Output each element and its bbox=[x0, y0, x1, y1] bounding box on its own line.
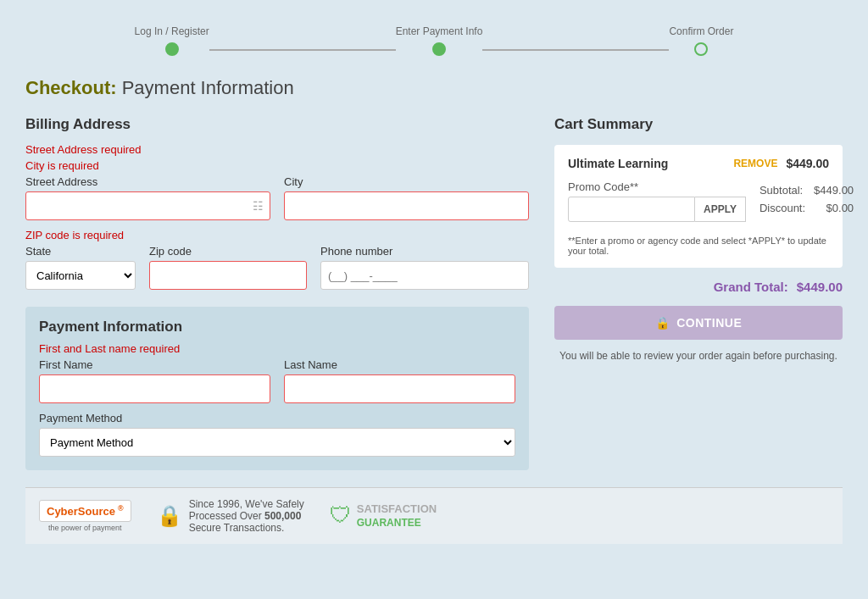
discount-row: Discount: $0.00 bbox=[756, 200, 857, 216]
city-input[interactable] bbox=[284, 191, 529, 220]
name-row: First Name Last Name bbox=[39, 358, 515, 403]
street-icon: ☷ bbox=[253, 199, 264, 213]
continue-button[interactable]: 🔒 CONTINUE bbox=[554, 306, 843, 340]
step-login: Log In / Register bbox=[135, 25, 209, 56]
cart-item-name: Ultimate Learning bbox=[568, 157, 668, 170]
last-name-input[interactable] bbox=[284, 374, 515, 403]
billing-row-2: State California Zip code Phone number bbox=[25, 245, 529, 290]
step-line-2 bbox=[482, 49, 669, 51]
cart-summary-heading: Cart Summary bbox=[554, 116, 843, 133]
totals-table: Subtotal: $449.00 Discount: $0.00 bbox=[754, 180, 859, 218]
step-payment-dot bbox=[432, 42, 446, 56]
lock-icon-large: 🔒 bbox=[157, 504, 182, 528]
state-select[interactable]: California bbox=[25, 261, 136, 290]
billing-row-1: Street Address ☷ City bbox=[25, 175, 529, 220]
grand-total-label: Grand Total: bbox=[714, 280, 788, 294]
step-confirm-label: Confirm Order bbox=[669, 25, 733, 37]
cybersource-brand: CyberSource ® bbox=[39, 500, 131, 522]
zip-label: Zip code bbox=[149, 245, 307, 258]
subtotal-value: $449.00 bbox=[810, 182, 857, 198]
grand-total-row: Grand Total: $449.00 bbox=[554, 280, 843, 294]
first-name-input[interactable] bbox=[39, 374, 270, 403]
cart-item-actions: REMOVE $449.00 bbox=[733, 157, 829, 170]
footer-secure: 🔒 Since 1996, We've Safely Processed Ove… bbox=[157, 498, 304, 534]
continue-label: CONTINUE bbox=[676, 316, 742, 330]
checkout-suffix: Payment Information bbox=[122, 77, 294, 98]
discount-label: Discount: bbox=[756, 200, 809, 216]
payment-info-heading: Payment Information bbox=[39, 319, 515, 336]
city-error: City is required bbox=[25, 159, 529, 172]
last-name-group: Last Name bbox=[284, 358, 515, 403]
secure-line3: Secure Transactions. bbox=[189, 522, 304, 534]
review-note: You will be able to review your order ag… bbox=[554, 348, 843, 363]
footer-logo: CyberSource ® the power of payment bbox=[39, 500, 131, 532]
state-label: State bbox=[25, 245, 136, 258]
step-confirm-dot bbox=[694, 42, 708, 56]
page-title: Checkout: Payment Information bbox=[25, 77, 843, 99]
street-error: Street Address required bbox=[25, 143, 529, 156]
satisfaction-shield-icon: 🛡 bbox=[330, 502, 352, 529]
payment-method-label: Payment Method bbox=[39, 412, 515, 424]
satisfaction-sub: GUARANTEE bbox=[357, 517, 437, 530]
promo-note: **Enter a promo or agency code and selec… bbox=[568, 236, 829, 256]
payment-info-section: Payment Information First and Last name … bbox=[25, 307, 529, 470]
progress-bar: Log In / Register Enter Payment Info Con… bbox=[25, 17, 843, 56]
street-input-wrapper: ☷ bbox=[25, 191, 270, 220]
promo-left: Promo Code** APPLY bbox=[568, 180, 746, 229]
checkout-prefix: Checkout: bbox=[25, 77, 117, 98]
remove-button[interactable]: REMOVE bbox=[733, 158, 777, 169]
phone-label: Phone number bbox=[320, 245, 529, 258]
step-payment: Enter Payment Info bbox=[396, 25, 483, 56]
promo-input[interactable] bbox=[568, 197, 695, 222]
last-name-label: Last Name bbox=[284, 358, 515, 371]
first-name-group: First Name bbox=[39, 358, 270, 403]
payment-method-group: Payment Method Payment Method bbox=[39, 412, 515, 457]
subtotal-label: Subtotal: bbox=[756, 182, 809, 198]
phone-input[interactable] bbox=[320, 261, 529, 290]
city-label: City bbox=[284, 175, 529, 188]
discount-value: $0.00 bbox=[810, 200, 857, 216]
billing-heading: Billing Address bbox=[25, 116, 529, 133]
right-column: Cart Summary Ultimate Learning REMOVE $4… bbox=[554, 116, 843, 363]
city-group: City bbox=[284, 175, 529, 220]
apply-button[interactable]: APPLY bbox=[695, 197, 746, 222]
phone-group: Phone number bbox=[320, 245, 529, 290]
cybersource-name: CyberSource bbox=[47, 505, 115, 518]
street-input[interactable] bbox=[25, 191, 270, 220]
promo-area: Promo Code** APPLY Subtotal: $449.00 Dis… bbox=[568, 180, 829, 229]
satisfaction-text: SATISFACTION GUARANTEE bbox=[357, 502, 437, 530]
cybersource-tagline: the power of payment bbox=[48, 524, 122, 532]
payment-method-select[interactable]: Payment Method bbox=[39, 428, 515, 457]
subtotal-row: Subtotal: $449.00 bbox=[756, 182, 857, 198]
street-label: Street Address bbox=[25, 175, 270, 188]
grand-total-value: $449.00 bbox=[797, 280, 843, 294]
zip-group: Zip code bbox=[149, 245, 307, 290]
footer-bar: CyberSource ® the power of payment 🔒 Sin… bbox=[25, 487, 843, 544]
step-confirm: Confirm Order bbox=[669, 25, 733, 56]
step-payment-label: Enter Payment Info bbox=[396, 25, 483, 37]
satisfaction-title: SATISFACTION bbox=[357, 502, 437, 517]
name-error: First and Last name required bbox=[39, 342, 515, 355]
cart-item-price: $449.00 bbox=[786, 157, 829, 170]
step-login-dot bbox=[165, 42, 179, 56]
lock-icon: 🔒 bbox=[655, 316, 670, 330]
secure-line2: Processed Over 500,000 bbox=[189, 510, 304, 522]
cart-item-row: Ultimate Learning REMOVE $449.00 bbox=[568, 157, 829, 170]
state-group: State California bbox=[25, 245, 136, 290]
promo-row: APPLY bbox=[568, 197, 746, 222]
step-login-label: Log In / Register bbox=[135, 25, 209, 37]
footer-satisfaction: 🛡 SATISFACTION GUARANTEE bbox=[330, 502, 437, 530]
zip-input[interactable] bbox=[149, 261, 307, 290]
cart-card: Ultimate Learning REMOVE $449.00 Promo C… bbox=[554, 145, 843, 268]
secure-line1: Since 1996, We've Safely bbox=[189, 498, 304, 510]
promo-label: Promo Code** bbox=[568, 180, 746, 193]
left-column: Billing Address Street Address required … bbox=[25, 116, 529, 470]
footer-secure-text: Since 1996, We've Safely Processed Over … bbox=[189, 498, 304, 534]
first-name-label: First Name bbox=[39, 358, 270, 371]
zip-error: ZIP code is required bbox=[25, 229, 529, 241]
street-group: Street Address ☷ bbox=[25, 175, 270, 220]
step-line-1 bbox=[209, 49, 396, 51]
